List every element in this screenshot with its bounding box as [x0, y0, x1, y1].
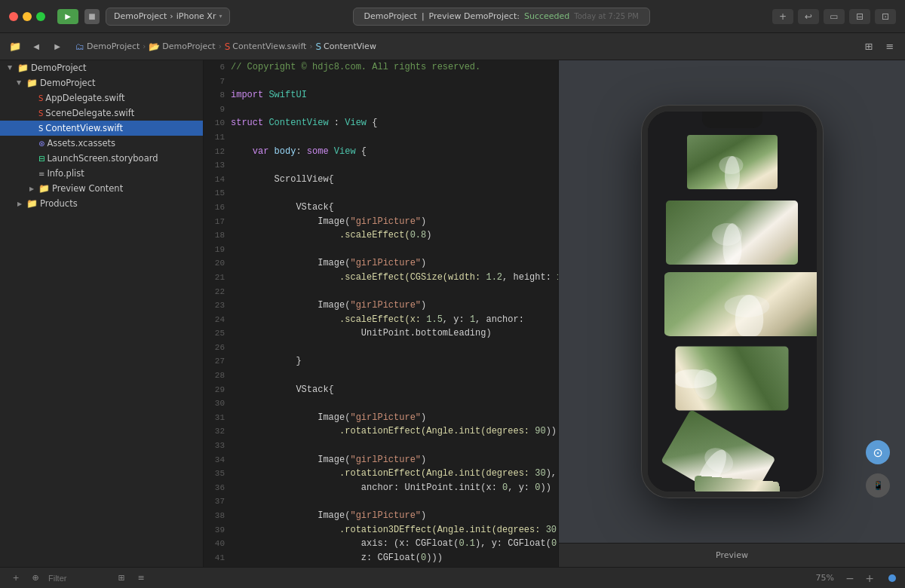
sidebar-item-infoplist[interactable]: ≡ Info.plist: [0, 166, 203, 181]
line-number: 39: [204, 523, 231, 537]
line-content: [231, 495, 558, 509]
zoom-out-button[interactable]: −: [843, 571, 857, 585]
code-line-22: 22: [204, 285, 558, 299]
line-number: 12: [204, 145, 231, 158]
line-number: 20: [204, 256, 231, 270]
forward-icon[interactable]: ▶: [48, 38, 66, 56]
layout-sidebar-icon[interactable]: ⊡: [875, 9, 896, 24]
code-line-38: 38 Image("girlPicture"): [204, 509, 558, 523]
preview-content: ⊙ 📱: [559, 60, 905, 543]
close-button[interactable]: [9, 12, 18, 21]
sidebar-label-appdelegate: AppDelegate.swift: [45, 93, 203, 103]
line-number: 11: [204, 130, 231, 144]
layout-split-icon[interactable]: ⊟: [849, 9, 870, 24]
line-number: 19: [204, 243, 231, 256]
preview-live-icon[interactable]: ⊙: [866, 440, 890, 464]
folder-icon[interactable]: 📁: [6, 38, 24, 56]
breadcrumb-demoproject-root[interactable]: 🗂 DemoProject: [75, 41, 140, 52]
list-view-icon[interactable]: ≡: [134, 571, 148, 585]
breadcrumb-contentview-file[interactable]: S ContentView.swift: [225, 41, 307, 52]
preview-label: Preview: [716, 550, 748, 560]
line-content: // Copyright © hdjc8.com. All rights res…: [231, 60, 558, 75]
code-line-6: 6// Copyright © hdjc8.com. All rights re…: [204, 60, 558, 75]
sidebar-item-scenedelegate[interactable]: S SceneDelegate.swift: [0, 106, 203, 121]
line-content: .rotation3DEffect(Angle.init(degrees: 30…: [231, 523, 558, 537]
line-content: var body: some View {: [231, 145, 558, 159]
traffic-lights: [9, 12, 45, 21]
layout-single-icon[interactable]: ▭: [824, 9, 845, 24]
line-number: 13: [204, 158, 231, 172]
toolbar: 📁 ◀ ▶ 🗂 DemoProject › 📂 DemoProject › S …: [0, 33, 905, 60]
folder-icon-products: 📁: [26, 198, 38, 209]
code-line-23: 23 Image("girlPicture"): [204, 299, 558, 313]
code-line-32: 32 .rotationEffect(Angle.init(degrees: 9…: [204, 424, 558, 439]
sidebar-label-folder: DemoProject: [40, 78, 203, 88]
breadcrumb-demoproject-folder[interactable]: 📂 DemoProject: [149, 41, 215, 52]
stop-button[interactable]: ■: [84, 9, 100, 24]
filter-input[interactable]: [48, 574, 109, 583]
sidebar-label-infoplist: Info.plist: [47, 168, 203, 179]
code-line-12: 12 var body: some View {: [204, 145, 558, 159]
line-number: 28: [204, 369, 231, 382]
add-button[interactable]: +: [772, 9, 793, 24]
back-icon[interactable]: ◀: [27, 38, 45, 56]
tree-arrow-root: ▶: [6, 63, 15, 72]
line-number: 40: [204, 537, 231, 550]
preview-device-icon[interactable]: 📱: [866, 473, 890, 498]
sidebar-item-products[interactable]: ▶ 📁 Products: [0, 196, 203, 211]
code-line-27: 27 }: [204, 354, 558, 369]
scheme-selector[interactable]: DemoProject › iPhone Xr ▾: [106, 8, 230, 26]
run-button[interactable]: ▶: [57, 9, 78, 24]
swift-file-icon: S: [225, 41, 231, 52]
code-line-26: 26: [204, 341, 558, 355]
sidebar-item-previewcontent[interactable]: ▶ 📁 Preview Content: [0, 181, 203, 196]
swift-icon-appdelegate: S: [38, 94, 43, 103]
sidebar-item-demoproject-folder[interactable]: ▶ 📁 DemoProject: [0, 75, 203, 90]
line-number: 23: [204, 299, 231, 312]
struct-icon: S: [315, 41, 321, 52]
tree-arrow-infoplist: [27, 169, 36, 178]
breadcrumb-contentview-struct[interactable]: S ContentView: [315, 41, 376, 52]
line-number: 16: [204, 201, 231, 214]
code-line-19: 19: [204, 243, 558, 257]
sidebar-label-contentview: ContentView.swift: [45, 123, 203, 133]
sidebar-item-assets[interactable]: ⊛ Assets.xcassets: [0, 136, 203, 151]
return-icon[interactable]: ↩: [798, 9, 819, 24]
bottom-bar: + ⊕ ⊞ ≡ 75% − +: [0, 567, 905, 588]
code-line-28: 28: [204, 369, 558, 383]
line-content: Image("girlPicture"): [231, 299, 558, 313]
storyboard-icon: ⊟: [38, 155, 44, 163]
line-content: ScrollView{: [231, 173, 558, 187]
grid-layout-icon[interactable]: ⊞: [860, 38, 878, 56]
status-time: Today at 7:25 PM: [574, 12, 639, 20]
line-content: .rotationEffect(Angle.init(degrees: 30),: [231, 467, 558, 481]
iphone-frame: [642, 106, 823, 498]
sidebar-label-products: Products: [40, 198, 203, 209]
add-file-icon[interactable]: +: [9, 571, 23, 585]
sidebar-item-demoproject-root[interactable]: ▶ 📁 DemoProject: [0, 60, 203, 75]
sidebar-item-appdelegate[interactable]: S AppDelegate.swift: [0, 90, 203, 106]
breadcrumb-sep-3: ›: [309, 42, 312, 51]
minimize-button[interactable]: [23, 12, 32, 21]
code-line-35: 35 .rotationEffect(Angle.init(degrees: 3…: [204, 467, 558, 481]
scheme-device: iPhone Xr: [176, 11, 216, 21]
maximize-button[interactable]: [36, 12, 45, 21]
grid-view-icon[interactable]: ⊞: [115, 571, 128, 585]
code-line-16: 16 VStack{: [204, 201, 558, 215]
breadcrumb-label-1: DemoProject: [87, 41, 140, 51]
photo-3: [664, 272, 817, 336]
line-content: VStack{: [231, 383, 558, 397]
filter-icon[interactable]: ⊕: [29, 571, 42, 585]
code-editor[interactable]: 6// Copyright © hdjc8.com. All rights re…: [204, 60, 558, 567]
line-number: 14: [204, 173, 231, 186]
inspector-icon[interactable]: ≡: [881, 38, 899, 56]
sidebar-item-contentview[interactable]: S ContentView.swift: [0, 121, 203, 136]
line-content: .rotationEffect(Angle.init(degrees: 90)): [231, 424, 558, 439]
sidebar-item-launchscreen[interactable]: ⊟ LaunchScreen.storyboard: [0, 151, 203, 166]
zoom-in-button[interactable]: +: [863, 571, 876, 585]
title-bar: ▶ ■ DemoProject › iPhone Xr ▾ DemoProjec…: [0, 0, 905, 33]
line-content: Image("girlPicture"): [231, 256, 558, 271]
code-line-18: 18 .scaleEffect(0.8): [204, 228, 558, 243]
code-line-10: 10struct ContentView : View {: [204, 116, 558, 130]
code-line-34: 34 Image("girlPicture"): [204, 453, 558, 467]
